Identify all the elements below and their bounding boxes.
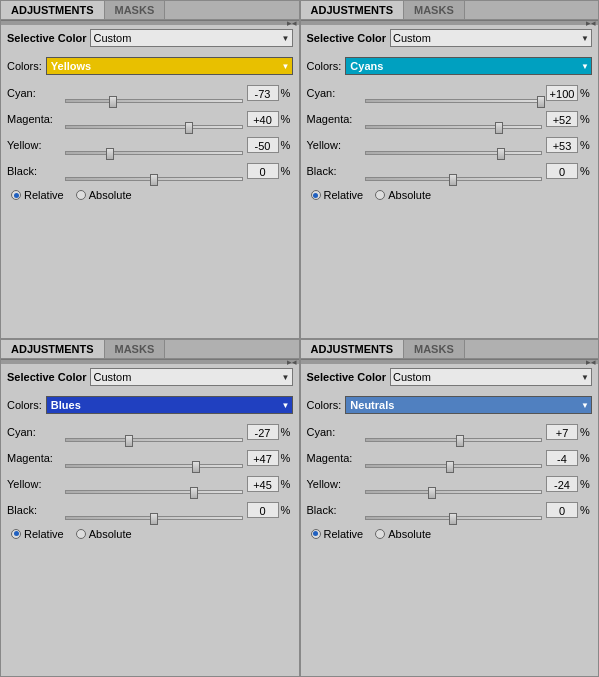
tab-masks[interactable]: MASKS (105, 340, 166, 358)
radio-circle[interactable] (11, 529, 21, 539)
slider-thumb[interactable] (428, 487, 436, 499)
slider-container[interactable] (65, 500, 243, 520)
slider-thumb[interactable] (449, 174, 457, 186)
radio-circle[interactable] (375, 190, 385, 200)
slider-container[interactable] (65, 448, 243, 468)
slider-thumb[interactable] (185, 122, 193, 134)
slider-value[interactable]: +53 (546, 137, 578, 153)
slider-track[interactable] (65, 516, 243, 520)
slider-track[interactable] (365, 516, 543, 520)
radio-absolute[interactable]: Absolute (375, 189, 431, 201)
slider-value[interactable]: +47 (247, 450, 279, 466)
slider-container[interactable] (65, 161, 243, 181)
slider-thumb[interactable] (449, 513, 457, 525)
slider-thumb[interactable] (190, 487, 198, 499)
slider-track[interactable] (65, 99, 243, 103)
radio-circle[interactable] (311, 190, 321, 200)
preset-dropdown-wrapper[interactable]: Custom (390, 368, 592, 386)
slider-thumb[interactable] (456, 435, 464, 447)
slider-track[interactable] (65, 464, 243, 468)
color-dropdown-wrapper[interactable]: Neutrals (345, 396, 592, 414)
radio-circle[interactable] (76, 190, 86, 200)
slider-container[interactable] (365, 448, 543, 468)
slider-value[interactable]: +45 (247, 476, 279, 492)
slider-container[interactable] (65, 83, 243, 103)
tab-adjustments[interactable]: ADJUSTMENTS (1, 1, 105, 19)
radio-circle[interactable] (311, 529, 321, 539)
color-dropdown[interactable]: Blues (46, 396, 293, 414)
slider-value[interactable]: +40 (247, 111, 279, 127)
slider-thumb[interactable] (109, 96, 117, 108)
slider-container[interactable] (365, 500, 543, 520)
radio-absolute[interactable]: Absolute (76, 528, 132, 540)
slider-track[interactable] (65, 438, 243, 442)
color-dropdown[interactable]: Yellows (46, 57, 293, 75)
tab-masks[interactable]: MASKS (404, 1, 465, 19)
slider-track[interactable] (365, 177, 543, 181)
preset-dropdown[interactable]: Custom (90, 368, 292, 386)
slider-track[interactable] (365, 464, 543, 468)
slider-track[interactable] (65, 125, 243, 129)
slider-track[interactable] (65, 490, 243, 494)
preset-dropdown-wrapper[interactable]: Custom (390, 29, 592, 47)
slider-thumb[interactable] (497, 148, 505, 160)
slider-track[interactable] (65, 177, 243, 181)
slider-value[interactable]: -27 (247, 424, 279, 440)
slider-container[interactable] (65, 422, 243, 442)
color-dropdown-wrapper[interactable]: Blues (46, 396, 293, 414)
radio-circle[interactable] (76, 529, 86, 539)
preset-dropdown[interactable]: Custom (90, 29, 292, 47)
radio-absolute[interactable]: Absolute (76, 189, 132, 201)
tab-adjustments[interactable]: ADJUSTMENTS (1, 340, 105, 358)
radio-circle[interactable] (11, 190, 21, 200)
slider-thumb[interactable] (537, 96, 545, 108)
color-dropdown[interactable]: Cyans (345, 57, 592, 75)
slider-track[interactable] (365, 490, 543, 494)
slider-thumb[interactable] (192, 461, 200, 473)
slider-container[interactable] (65, 109, 243, 129)
slider-value[interactable]: 0 (546, 163, 578, 179)
slider-track[interactable] (365, 125, 543, 129)
color-dropdown[interactable]: Neutrals (345, 396, 592, 414)
slider-value[interactable]: -24 (546, 476, 578, 492)
slider-thumb[interactable] (106, 148, 114, 160)
slider-container[interactable] (365, 135, 543, 155)
slider-value[interactable]: 0 (546, 502, 578, 518)
slider-container[interactable] (365, 83, 543, 103)
slider-container[interactable] (365, 161, 543, 181)
slider-container[interactable] (365, 109, 543, 129)
preset-dropdown-wrapper[interactable]: Custom (90, 29, 292, 47)
tab-adjustments[interactable]: ADJUSTMENTS (301, 1, 405, 19)
slider-value[interactable]: -73 (247, 85, 279, 101)
slider-thumb[interactable] (125, 435, 133, 447)
slider-value[interactable]: 0 (247, 163, 279, 179)
slider-container[interactable] (365, 474, 543, 494)
radio-relative[interactable]: Relative (311, 528, 364, 540)
preset-dropdown[interactable]: Custom (390, 368, 592, 386)
radio-relative[interactable]: Relative (11, 528, 64, 540)
slider-container[interactable] (365, 422, 543, 442)
radio-relative[interactable]: Relative (11, 189, 64, 201)
preset-dropdown[interactable]: Custom (390, 29, 592, 47)
slider-value[interactable]: 0 (247, 502, 279, 518)
tab-masks[interactable]: MASKS (105, 1, 166, 19)
tab-adjustments[interactable]: ADJUSTMENTS (301, 340, 405, 358)
slider-thumb[interactable] (446, 461, 454, 473)
preset-dropdown-wrapper[interactable]: Custom (90, 368, 292, 386)
slider-track[interactable] (365, 438, 543, 442)
color-dropdown-wrapper[interactable]: Cyans (345, 57, 592, 75)
slider-container[interactable] (65, 474, 243, 494)
slider-value[interactable]: +100 (546, 85, 578, 101)
slider-value[interactable]: -50 (247, 137, 279, 153)
slider-thumb[interactable] (150, 174, 158, 186)
radio-relative[interactable]: Relative (311, 189, 364, 201)
radio-absolute[interactable]: Absolute (375, 528, 431, 540)
radio-circle[interactable] (375, 529, 385, 539)
slider-track[interactable] (65, 151, 243, 155)
slider-thumb[interactable] (150, 513, 158, 525)
slider-track[interactable] (365, 99, 543, 103)
slider-value[interactable]: +7 (546, 424, 578, 440)
slider-container[interactable] (65, 135, 243, 155)
slider-track[interactable] (365, 151, 543, 155)
slider-thumb[interactable] (495, 122, 503, 134)
